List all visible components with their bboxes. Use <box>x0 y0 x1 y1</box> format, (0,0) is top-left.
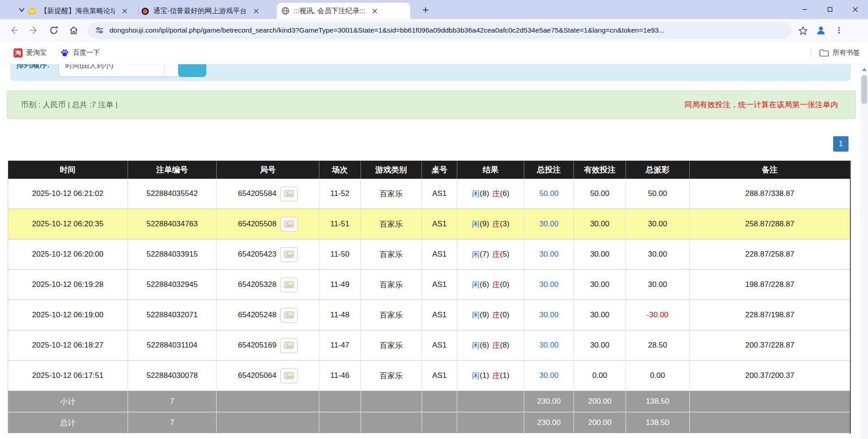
total-bet-link[interactable]: 30.00 <box>539 310 559 320</box>
round-replay-button[interactable] <box>280 368 298 383</box>
header-session: 场次 <box>319 161 361 179</box>
table-row: 2025-10-12 06:18:27 522884031104 6542051… <box>8 330 850 361</box>
table-row-highlighted: 2025-10-12 06:20:35 522884034763 6542055… <box>8 209 850 239</box>
round-no: 654205328 <box>238 280 276 289</box>
bookmark-star-icon[interactable] <box>795 23 811 38</box>
all-bookmarks-label[interactable]: 所有书签 <box>833 48 860 57</box>
total-bet-link[interactable]: 30.00 <box>539 250 559 259</box>
reload-button[interactable] <box>46 23 62 38</box>
profile-avatar[interactable] <box>813 23 829 38</box>
total-label: 总计 <box>8 412 128 433</box>
table-row: 2025-10-12 06:17:51 522884030078 6542050… <box>8 361 850 391</box>
result-cell: 闲(7)庄(5) <box>457 239 524 269</box>
sort-order-value: 时间(由大到小) <box>65 64 114 71</box>
subtotal-row: 小计 7 230.00 200.00 138.50 <box>8 391 850 412</box>
header-valid-bet: 有效投注 <box>574 161 626 179</box>
page-scrollbar[interactable] <box>860 64 868 439</box>
round-replay-button[interactable] <box>280 277 298 292</box>
select-divider <box>164 64 165 77</box>
close-tab-icon[interactable] <box>120 7 128 15</box>
table-row: 2025-10-12 06:20:00 522884033915 6542054… <box>8 239 850 270</box>
header-result: 结果 <box>457 161 524 179</box>
url-text[interactable]: dongshouji.com/ipl/portal.php/game/betre… <box>109 26 770 34</box>
close-tab-icon[interactable] <box>370 7 379 15</box>
bookmarks-right: 所有书签 <box>811 47 860 59</box>
folder-icon <box>819 49 829 57</box>
table-row: 2025-10-12 06:21:02 522884035542 6542055… <box>8 179 850 209</box>
bookmark-baidu[interactable]: 百度一下 <box>60 48 100 57</box>
tab-title: 通宝-信誉最好的网上游戏平台 <box>153 6 247 16</box>
mail-favicon-icon <box>28 7 36 15</box>
tab-search-chevron-icon[interactable] <box>17 6 26 14</box>
round-replay-button[interactable] <box>280 186 298 201</box>
bet-records-table: 时间 注单编号 局号 场次 游戏类别 桌号 结果 总投注 有效投注 总派彩 备注… <box>8 161 851 434</box>
header-round-no: 局号 <box>217 161 319 179</box>
new-tab-button[interactable] <box>421 5 431 15</box>
total-bet-link[interactable]: 30.00 <box>539 220 559 229</box>
total-bet-link[interactable]: 50.00 <box>539 189 559 198</box>
subtotal-label: 小计 <box>8 391 128 412</box>
tab-strip: 【新提醒】海燕策略论坛 - 综合 通宝-信誉最好的网上游戏平台 :::视讯, 会… <box>0 0 868 19</box>
taobao-icon: 淘 <box>14 48 23 57</box>
bookmarks-bar: 淘 爱淘宝 百度一下 所有书签 <box>0 42 868 64</box>
close-window-button[interactable] <box>843 0 868 19</box>
round-no: 654205169 <box>238 341 276 350</box>
tab-tongbao-platform[interactable]: 通宝-信誉最好的网上游戏平台 <box>141 3 273 19</box>
scrollbar-thumb[interactable] <box>861 75 867 104</box>
round-no: 654205064 <box>238 371 276 380</box>
result-cell: 闲(9)庄(0) <box>457 300 524 330</box>
back-button[interactable] <box>6 23 22 38</box>
search-button[interactable] <box>178 64 206 77</box>
table-row: 2025-10-12 06:19:28 522884032945 6542053… <box>8 270 850 300</box>
header-time: 时间 <box>8 161 128 179</box>
round-no: 654205584 <box>238 189 276 198</box>
round-no: 654205248 <box>238 310 276 320</box>
same-round-notice-text: 同局有效投注，统一计算在该局第一张注单内 <box>684 100 838 110</box>
scroll-up-arrow-icon[interactable] <box>860 66 868 72</box>
header-total-bet: 总投注 <box>524 161 574 179</box>
close-tab-icon[interactable] <box>252 7 261 15</box>
summary-bar: 币别 : 人民币 | 总共 :7 注单 | 同局有效投注，统一计算在该局第一张注… <box>7 91 856 119</box>
header-table-no: 桌号 <box>422 161 458 179</box>
currency-total-text: 币别 : 人民币 | 总共 :7 注单 | <box>21 100 118 110</box>
home-button[interactable] <box>66 23 81 38</box>
site-info-icon[interactable] <box>95 26 104 35</box>
total-bet-link[interactable]: 30.00 <box>539 280 559 289</box>
globe-favicon-icon <box>281 7 289 15</box>
result-cell: 闲(6)庄(0) <box>457 270 524 300</box>
result-cell: 闲(8)庄(6) <box>457 179 524 209</box>
maximize-button[interactable] <box>817 0 843 19</box>
window-controls <box>792 0 868 19</box>
badge-favicon-icon <box>141 7 149 15</box>
sort-order-label: 排列顺序: <box>16 64 50 70</box>
pagination-page-1[interactable]: 1 <box>833 136 849 152</box>
round-no: 654205423 <box>238 250 276 259</box>
header-payout: 总派彩 <box>626 161 690 179</box>
browser-window: 【新提醒】海燕策略论坛 - 综合 通宝-信誉最好的网上游戏平台 :::视讯, 会… <box>0 0 868 439</box>
result-cell: 闲(6)庄(8) <box>457 330 524 360</box>
sort-order-select[interactable]: 时间(由大到小) <box>58 64 181 77</box>
total-bet-link[interactable]: 30.00 <box>539 371 559 380</box>
sort-form-panel: 排列顺序: 时间(由大到小) <box>10 64 851 81</box>
tab-title: 【新提醒】海燕策略论坛 - 综合 <box>40 6 115 16</box>
tab-title: :::视讯, 会员下注纪录::: <box>294 6 365 16</box>
round-no: 654205508 <box>238 220 276 229</box>
web-page: 排列顺序: 时间(由大到小) 币别 : 人民币 | 总共 :7 注单 | 同局有… <box>0 64 868 439</box>
result-cell: 闲(9)庄(3) <box>457 209 524 239</box>
round-replay-button[interactable] <box>280 338 298 353</box>
tab-haiyan-forum[interactable]: 【新提醒】海燕策略论坛 - 综合 <box>28 3 137 19</box>
result-cell: 闲(1)庄(1) <box>457 361 524 391</box>
round-replay-button[interactable] <box>280 247 298 262</box>
navigation-bar: dongshouji.com/ipl/portal.php/game/betre… <box>0 19 868 42</box>
total-bet-link[interactable]: 30.00 <box>539 341 559 350</box>
browser-menu-icon[interactable] <box>831 23 847 38</box>
tab-bet-records-active[interactable]: :::视讯, 会员下注纪录::: <box>277 3 410 19</box>
bookmark-aitaobao[interactable]: 淘 爱淘宝 <box>14 48 47 57</box>
bookmarks-divider <box>811 47 811 59</box>
address-bar[interactable]: dongshouji.com/ipl/portal.php/game/betre… <box>88 22 792 39</box>
round-replay-button[interactable] <box>280 308 298 323</box>
minimize-button[interactable] <box>792 0 817 19</box>
table-row: 2025-10-12 06:19:00 522884032071 6542052… <box>8 300 850 330</box>
round-replay-button[interactable] <box>280 217 298 232</box>
forward-button[interactable] <box>26 23 42 38</box>
